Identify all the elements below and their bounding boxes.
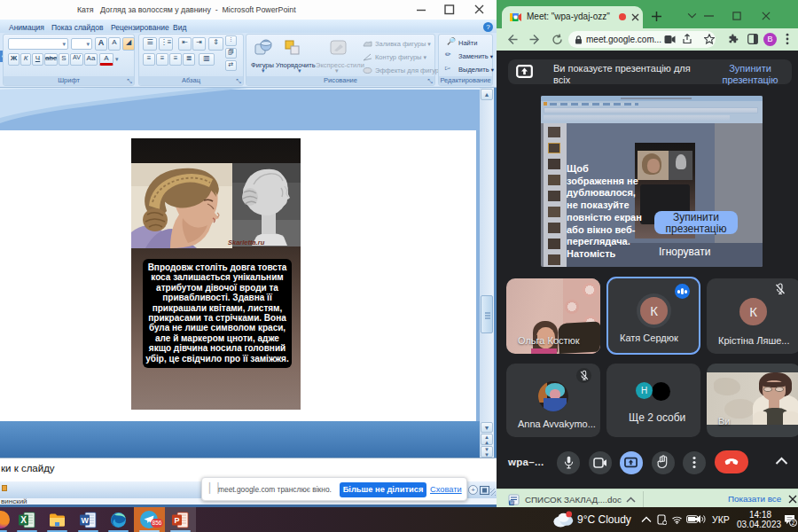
svg-text:X: X — [20, 515, 27, 525]
svg-text:W: W — [510, 500, 514, 505]
svg-text:P: P — [175, 516, 180, 525]
svg-text:W: W — [82, 516, 90, 525]
